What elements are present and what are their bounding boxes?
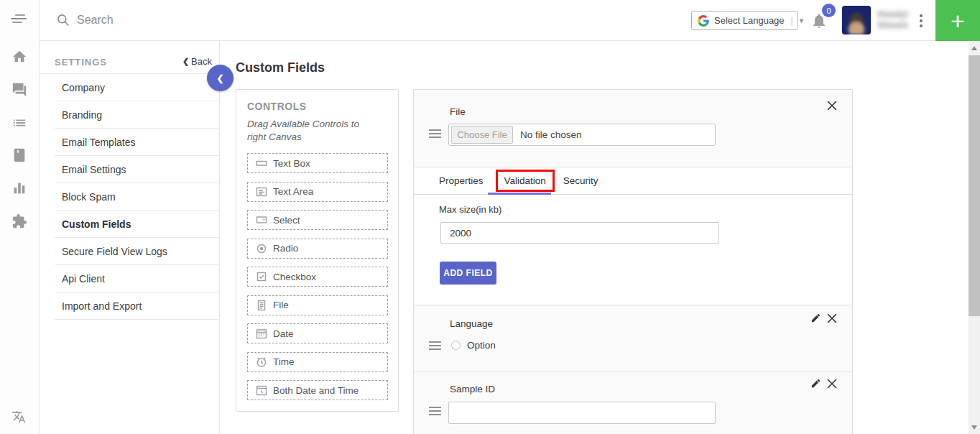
control-text-box[interactable]: Text Box	[247, 153, 388, 173]
edit-pencil-icon[interactable]	[810, 378, 821, 389]
quick-add-button[interactable]: +	[935, 0, 980, 41]
settings-panel: SETTINGS ❮ Back Company Branding Email T…	[40, 41, 220, 434]
user-greeting: Howdy! Shivam	[877, 9, 915, 31]
control-time[interactable]: Time	[247, 352, 388, 372]
home-icon[interactable]	[11, 49, 27, 65]
scrollbar-thumb[interactable]	[969, 55, 980, 316]
close-icon[interactable]	[826, 100, 838, 111]
list-icon[interactable]	[11, 115, 27, 131]
file-icon	[256, 300, 267, 311]
top-bar: Select Language | ▼ 0 Howdy! Shivam +	[40, 0, 980, 41]
scroll-up-arrow[interactable]	[971, 46, 977, 50]
field-card-sample-id: Sample ID	[414, 372, 852, 434]
choose-file-button[interactable]: Choose File	[451, 126, 513, 144]
scroll-down-arrow[interactable]	[971, 425, 977, 430]
textbox-icon	[256, 157, 267, 169]
field-label: File	[450, 106, 466, 117]
controls-list: Text Box Text Area Select Radio Checkbox…	[247, 153, 387, 400]
clock-icon	[256, 356, 267, 368]
radio-button[interactable]	[451, 341, 461, 350]
textarea-icon	[256, 186, 267, 198]
field-label: Sample ID	[450, 384, 495, 394]
search-icon	[56, 13, 70, 27]
field-card-file: File Choose File No file chosen	[414, 90, 852, 167]
settings-item-block-spam[interactable]: Block Spam	[40, 183, 220, 211]
file-upload-input[interactable]: Choose File No file chosen	[448, 124, 716, 146]
plugins-icon[interactable]	[11, 213, 27, 229]
tab-security[interactable]: Security	[563, 175, 598, 186]
tab-properties[interactable]: Properties	[439, 175, 484, 186]
add-field-button[interactable]: ADD FIELD	[440, 262, 496, 285]
user-menu-kebab-icon[interactable]	[916, 12, 926, 29]
left-icon-rail	[0, 0, 40, 434]
settings-item-email-templates[interactable]: Email Templates	[40, 129, 220, 156]
controls-panel-subtitle: Drag Available Controls to right Canvas	[247, 118, 380, 144]
language-selector[interactable]: Select Language | ▼	[691, 11, 798, 30]
settings-panel-title: SETTINGS	[55, 57, 107, 68]
annotation-highlight-box: Validation	[496, 170, 555, 192]
checkbox-icon	[256, 271, 267, 282]
reports-icon[interactable]	[11, 180, 27, 196]
back-chevron-icon: ❮	[182, 57, 189, 66]
user-avatar[interactable]	[842, 6, 871, 34]
settings-item-branding[interactable]: Branding	[40, 101, 220, 129]
radio-option-row: Option	[451, 340, 496, 351]
vertical-scrollbar[interactable]	[969, 41, 980, 434]
control-select[interactable]: Select	[247, 210, 388, 230]
control-checkbox[interactable]: Checkbox	[247, 267, 388, 287]
no-file-chosen-text: No file chosen	[520, 129, 582, 140]
radio-icon	[256, 243, 267, 254]
notification-count-badge[interactable]: 0	[822, 4, 836, 17]
settings-item-custom-fields[interactable]: Custom Fields	[40, 211, 220, 238]
close-icon[interactable]	[826, 378, 838, 389]
field-label: Language	[450, 318, 493, 329]
select-icon	[256, 214, 267, 226]
control-file[interactable]: File	[247, 295, 388, 315]
close-icon[interactable]	[826, 313, 838, 324]
settings-item-import-and-export[interactable]: Import and Export	[40, 292, 220, 320]
google-logo-icon	[698, 15, 709, 27]
knowledge-base-icon[interactable]	[11, 147, 27, 163]
settings-menu: Company Branding Email Templates Email S…	[40, 73, 220, 320]
sidebar-collapse-button[interactable]: ❮	[207, 65, 234, 91]
sample-id-input[interactable]	[448, 402, 716, 424]
settings-item-api-client[interactable]: Api Client	[40, 265, 220, 292]
max-size-input[interactable]	[440, 222, 719, 244]
control-both-date-and-time[interactable]: Both Date and Time	[247, 380, 388, 400]
language-caret-icon: ▼	[798, 17, 805, 24]
calendar-icon	[256, 328, 267, 339]
edit-pencil-icon[interactable]	[810, 313, 821, 323]
settings-item-company[interactable]: Company	[40, 74, 220, 101]
tab-validation[interactable]: Validation	[504, 175, 546, 186]
validation-tab-panel: Max size(in kb) ADD FIELD	[414, 195, 852, 305]
active-tab-indicator	[488, 193, 551, 195]
field-editor-tabs: Properties Validation Security	[414, 167, 852, 195]
radio-option-label: Option	[467, 340, 496, 351]
search-input[interactable]	[77, 10, 307, 30]
drag-handle-icon[interactable]	[429, 341, 441, 351]
controls-panel: CONTROLS Drag Available Controls to righ…	[236, 89, 399, 412]
back-link[interactable]: ❮ Back	[182, 56, 212, 67]
page-title: Custom Fields	[236, 60, 325, 75]
conversations-icon[interactable]	[11, 82, 27, 98]
field-card-language: Language Option	[414, 305, 852, 372]
translate-icon[interactable]	[11, 410, 26, 424]
max-size-label: Max size(in kb)	[439, 204, 501, 215]
settings-item-secure-field-view-logs[interactable]: Secure Field View Logs	[40, 238, 220, 265]
calendar-clock-icon	[256, 384, 267, 396]
settings-item-email-settings[interactable]: Email Settings	[40, 156, 220, 183]
drag-handle-icon[interactable]	[429, 407, 441, 416]
menu-toggle-icon[interactable]	[11, 14, 28, 24]
controls-panel-title: CONTROLS	[247, 101, 387, 112]
chevron-left-icon: ❮	[216, 73, 223, 83]
custom-fields-canvas: File Choose File No file chosen Properti…	[413, 89, 853, 434]
control-text-area[interactable]: Text Area	[247, 182, 388, 202]
control-date[interactable]: Date	[247, 323, 388, 343]
drag-handle-icon[interactable]	[429, 129, 441, 139]
language-selector-divider: |	[791, 15, 793, 26]
language-selector-label: Select Language	[714, 15, 785, 26]
control-radio[interactable]: Radio	[247, 239, 388, 259]
